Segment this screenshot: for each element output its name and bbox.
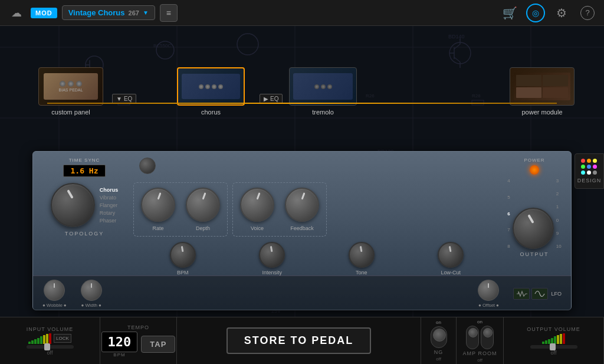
low-cut-label: Low-Cut xyxy=(441,270,461,276)
design-dot-green[interactable] xyxy=(581,165,585,169)
width-dot-left: ● xyxy=(81,303,84,308)
tempo-display[interactable]: 120 xyxy=(101,332,138,352)
bpm-sub-knob[interactable] xyxy=(139,158,156,174)
tempo-section: TEMPO 120 BPM TAP xyxy=(100,317,177,364)
offset-knob[interactable] xyxy=(478,280,499,301)
bpm-label: BPM xyxy=(177,270,189,276)
chain-item-chorus[interactable]: chorus xyxy=(177,67,245,116)
rate-label: Rate xyxy=(152,225,163,231)
chain-item-tremolo[interactable]: tremolo xyxy=(289,67,357,116)
design-dots-grid xyxy=(581,159,598,175)
ng-toggle-knob xyxy=(433,329,446,342)
topology-mode-flanger[interactable]: Flanger xyxy=(100,202,119,208)
help-icon: ? xyxy=(580,6,595,20)
topology-mode-phaser[interactable]: Phaser xyxy=(100,218,119,224)
chevron-down-icon: ▼ xyxy=(143,9,149,16)
intensity-knob[interactable] xyxy=(259,242,285,268)
eq-down-arrow: ▼ xyxy=(116,96,122,102)
help-button[interactable]: ? xyxy=(578,4,597,22)
depth-knob[interactable] xyxy=(186,188,220,222)
output-volume-slider[interactable] xyxy=(530,345,577,349)
topology-knob-area: Chorus Vibrato Flanger Rotary Phaser xyxy=(51,183,119,227)
target-button[interactable]: ◎ xyxy=(526,4,545,22)
tone-bottom: Tone xyxy=(349,242,375,276)
width-knob-group: ● Width ● xyxy=(81,280,102,308)
design-dot-orange[interactable] xyxy=(587,159,591,163)
chain-item-custom-panel[interactable]: BIAS PEDAL custom panel xyxy=(38,67,103,116)
tempo-label: TEMPO xyxy=(127,324,149,330)
design-dot-magenta[interactable] xyxy=(593,165,597,169)
chain-item-power-module[interactable]: power module xyxy=(510,67,575,116)
design-dot-red[interactable] xyxy=(581,159,585,163)
intensity-bottom: Intensity xyxy=(259,242,285,276)
time-sync-display[interactable]: 1.6 Hz xyxy=(63,165,106,177)
scale-7: 7 xyxy=(507,227,510,232)
amp-room-toggle-1[interactable] xyxy=(466,326,479,349)
scale-r3: 0 xyxy=(556,218,559,223)
topology-knob[interactable] xyxy=(51,183,95,227)
topology-mode-vibrato[interactable]: Vibrato xyxy=(100,195,119,201)
tap-button[interactable]: TAP xyxy=(141,336,175,353)
amp-room-toggle-2[interactable] xyxy=(481,326,494,349)
preset-selector[interactable]: Vintage Chorus 267 ▼ xyxy=(62,5,155,20)
width-knob[interactable] xyxy=(81,280,102,301)
output-knob[interactable] xyxy=(513,208,554,249)
output-volume-section: OUTPUT VOLUME off xyxy=(504,317,604,364)
out-vu-60 xyxy=(545,340,547,344)
lock-button[interactable]: LOCK xyxy=(54,334,71,343)
width-label: ● Width ● xyxy=(81,303,101,308)
knob-group-1: Rate Depth xyxy=(133,182,228,237)
design-dot-yellow[interactable] xyxy=(593,159,597,163)
topology-mode-chorus[interactable]: Chorus xyxy=(100,187,119,193)
input-volume-slider[interactable] xyxy=(27,345,74,349)
cloud-button[interactable]: ☁ xyxy=(7,4,26,22)
cart-button[interactable]: 🛒 xyxy=(500,4,519,22)
time-sync-label: TIME SYNC xyxy=(69,158,100,163)
offset-dot-left: ● xyxy=(478,303,481,308)
output-scale-right: 3 2 1 0 9 10 xyxy=(556,178,562,249)
design-dot-white[interactable] xyxy=(587,170,591,175)
cart-icon: 🛒 xyxy=(503,6,517,20)
low-cut-knob[interactable] xyxy=(438,242,464,268)
rate-knob[interactable] xyxy=(141,188,175,222)
menu-button[interactable]: ≡ xyxy=(160,4,178,22)
knob-group-depth: Depth xyxy=(186,188,220,231)
vu-bar-30 xyxy=(40,336,42,344)
header-right-icons: 🛒 ◎ ⚙ ? xyxy=(500,4,597,22)
amp-room-label: AMP ROOM xyxy=(463,350,497,356)
out-vu-5 xyxy=(563,333,565,344)
design-dot-blue[interactable] xyxy=(587,165,591,169)
knob-group-feedback: Feedback xyxy=(285,188,319,231)
eq-right-label: EQ xyxy=(270,96,278,102)
output-knob-scale: 4 5 6 7 8 3 2 1 0 9 10 xyxy=(507,178,561,249)
output-scale: 4 5 6 7 8 xyxy=(507,178,510,249)
out-vu-10 xyxy=(560,334,562,344)
waveform-icon-1[interactable] xyxy=(513,288,530,300)
tone-knob[interactable] xyxy=(349,242,375,268)
power-led[interactable] xyxy=(530,165,539,175)
bpm-knob[interactable] xyxy=(170,242,196,268)
header: ☁ MOD Vintage Chorus 267 ▼ ≡ 🛒 ◎ ⚙ ? xyxy=(0,0,604,26)
preset-name: Vintage Chorus xyxy=(68,8,125,17)
ng-toggle[interactable] xyxy=(431,326,447,348)
settings-button[interactable]: ⚙ xyxy=(552,4,571,22)
store-to-pedal-button[interactable]: STORE TO PEDAL xyxy=(226,327,371,354)
feedback-knob[interactable] xyxy=(285,188,319,222)
topology-label: TOPOLOGY xyxy=(65,231,104,237)
tempo-display-group: 120 BPM xyxy=(101,332,138,358)
topology-mode-rotary[interactable]: Rotary xyxy=(100,210,119,216)
depth-label: Depth xyxy=(196,225,210,231)
design-label: DESIGN xyxy=(577,178,602,183)
power-label: POWER xyxy=(524,158,544,163)
offset-knob-group: ● Offset ● xyxy=(478,280,499,308)
design-dot-cyan[interactable] xyxy=(581,170,585,175)
intensity-label: Intensity xyxy=(262,270,282,276)
bottom-knob-labels: BPM Intensity Tone Low-Cut xyxy=(133,240,500,276)
vu-bar-10 xyxy=(46,334,48,344)
voice-knob[interactable] xyxy=(240,188,274,222)
output-vu-row xyxy=(542,333,565,344)
waveform-icon-2[interactable] xyxy=(531,288,548,300)
design-dot-gray[interactable] xyxy=(593,170,597,175)
preset-number: 267 xyxy=(129,9,139,17)
wobble-knob[interactable] xyxy=(44,280,65,301)
